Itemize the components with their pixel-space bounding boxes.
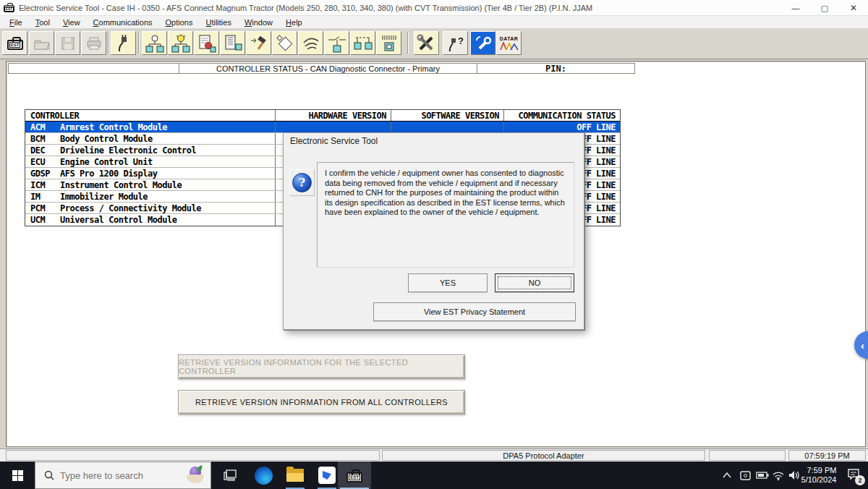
dialog-message: I confirm the vehicle / equipment owner … [317, 162, 574, 268]
wizard-button[interactable] [272, 31, 297, 55]
toolbar-separator [138, 33, 140, 54]
tray-device-button[interactable] [736, 462, 754, 489]
hardware-version-cell [275, 122, 391, 132]
menu-view[interactable]: View [56, 18, 87, 27]
minimize-button[interactable]: — [781, 0, 810, 16]
header-strip-blank [9, 64, 179, 73]
status-segment-blank2 [709, 450, 786, 461]
wrench-icon [474, 34, 493, 53]
calibration-button[interactable] [298, 31, 323, 55]
column-header-communication-status: COMMUNICATION STATUS [503, 110, 620, 121]
report-button[interactable] [194, 31, 219, 55]
connectors-pair-icon [353, 34, 373, 53]
est-file-button[interactable]: EST [2, 31, 27, 55]
file-explorer-button[interactable] [279, 462, 311, 489]
battery-icon [756, 472, 769, 479]
tray-expand-button[interactable] [718, 462, 736, 489]
close-icon: ✕ [850, 3, 857, 13]
controller-code: UCM [25, 215, 60, 225]
search-input[interactable] [60, 470, 169, 481]
controller-status-button[interactable] [142, 31, 167, 55]
report-gear-icon [197, 34, 216, 53]
edge-icon [255, 467, 273, 485]
task-view-button[interactable] [214, 462, 246, 489]
controller-name: Universal Control Module [60, 215, 176, 225]
pin-label: PIN: [477, 64, 634, 73]
search-icon [44, 470, 54, 480]
phone-link-icon [739, 470, 752, 481]
start-button[interactable] [0, 462, 35, 489]
menu-utilities[interactable]: Utilities [199, 18, 237, 27]
communication-status-cell: OFF LINE [503, 122, 620, 132]
print-button[interactable] [81, 31, 106, 55]
retrieve-all-button[interactable]: RETRIEVE VERSION INFORMATION FROM ALL CO… [178, 390, 465, 414]
desktop: EST Electronic Service Tool - Case IH - … [0, 0, 868, 489]
repair-button[interactable] [246, 31, 271, 55]
view-privacy-statement-button[interactable]: View EST Privacy Statement [373, 302, 576, 321]
dialog-title: Electronic Service Tool [284, 133, 584, 149]
programming-button[interactable] [220, 31, 245, 55]
fault-codes-button[interactable] [168, 31, 193, 55]
menu-window[interactable]: Window [238, 18, 279, 27]
header-strip: CONTROLLER STATUS - CAN Diagnostic Conne… [8, 63, 635, 74]
question-icon: ? [292, 173, 312, 192]
window-titlebar: EST Electronic Service Tool - Case IH - … [0, 0, 868, 16]
connector-barcode-icon [380, 34, 399, 53]
tools-icon [417, 34, 437, 53]
taskbar-search[interactable] [35, 462, 211, 489]
table-row-acm[interactable]: ACMArmrest Control Module OFF LINE [25, 122, 620, 133]
menu-help[interactable]: Help [279, 18, 309, 27]
app-est-icon: EST [4, 5, 14, 12]
window-title: Electronic Service Tool - Case IH - 0350… [19, 4, 592, 12]
no-button[interactable]: NO [495, 273, 574, 292]
hammer-arrow-icon [250, 34, 268, 53]
est-app-button[interactable]: EST [338, 462, 371, 489]
open-button[interactable] [29, 31, 54, 55]
controller-name: Driveline Electronic Control [60, 145, 196, 156]
controller-code: BCM [25, 134, 60, 144]
tray-battery-button[interactable] [754, 462, 771, 489]
connection-help-button[interactable]: ? [443, 31, 468, 55]
menu-tool[interactable]: Tool [29, 18, 56, 27]
wifi-icon [772, 471, 785, 480]
menu-options[interactable]: Options [159, 18, 200, 27]
adapter-status: DPA5 Protocol Adapter [382, 450, 705, 461]
connector-id-button[interactable] [376, 31, 401, 55]
minimize-icon: — [792, 4, 800, 12]
clock-time: 7:59 PM [801, 466, 837, 475]
toolbox-button[interactable] [414, 31, 439, 55]
table-header-row: CONTROLLER HARDWARE VERSION SOFTWARE VER… [25, 110, 620, 122]
task-view-icon [224, 469, 237, 481]
controller-code: PCM [25, 203, 60, 213]
connector-plug-icon [114, 34, 133, 53]
close-button[interactable]: ✕ [839, 0, 868, 16]
toolbar-separator [407, 33, 409, 54]
ecu-grid-icon [224, 34, 242, 53]
hand-icon [301, 34, 321, 53]
controller-name: Instrument Control Module [60, 180, 182, 190]
connectors-pair-button[interactable] [350, 31, 375, 55]
notification-center-button[interactable]: 2 [839, 462, 868, 489]
service-tool-button[interactable] [470, 31, 495, 55]
connect-button[interactable] [111, 31, 136, 55]
menu-communications[interactable]: Communications [87, 18, 159, 27]
taskbar-clock[interactable]: 7:59 PM 5/10/2024 [797, 462, 841, 489]
printer-icon [86, 36, 102, 51]
restore-button[interactable]: ▢ [810, 0, 839, 16]
menu-file[interactable]: File [3, 18, 29, 27]
controller-name: Process / Connectivity Module [60, 203, 201, 213]
datar-button[interactable]: DATAR [496, 31, 522, 55]
column-header-hardware-version: HARDWARE VERSION [275, 110, 391, 121]
datar-waveform-icon [499, 41, 519, 51]
retrieve-selected-button[interactable]: RETRIEVE VERSION INFORMATION FOR THE SEL… [178, 354, 465, 379]
tray-wifi-button[interactable] [770, 462, 787, 489]
open-folder-icon [33, 36, 51, 51]
controller-network-icon [145, 34, 165, 53]
diamond-icon [276, 34, 294, 53]
status-segment-blank [6, 450, 380, 461]
yes-button[interactable]: YES [408, 273, 488, 292]
save-button[interactable] [55, 31, 80, 55]
edge-browser-button[interactable] [247, 462, 279, 489]
search-doodle-icon [184, 465, 206, 485]
connector-switch-button[interactable] [324, 31, 349, 55]
